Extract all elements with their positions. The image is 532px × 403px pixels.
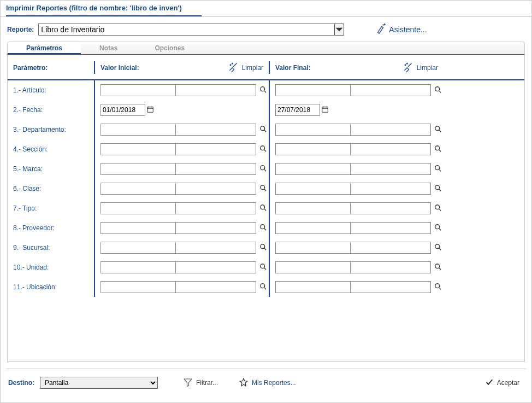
search-icon[interactable] — [434, 263, 442, 272]
desc-final-input[interactable] — [350, 261, 431, 273]
search-icon[interactable] — [434, 283, 442, 292]
param-row: 4.- Sección: — [8, 139, 524, 159]
code-initial-input[interactable] — [101, 124, 176, 136]
filter-button[interactable]: Filtrar... — [183, 377, 218, 389]
search-icon[interactable] — [259, 283, 267, 292]
search-icon[interactable] — [434, 224, 442, 233]
param-label: 2.- Fecha: — [8, 106, 94, 114]
desc-final-input[interactable] — [350, 242, 431, 254]
desc-final-input[interactable] — [350, 124, 431, 136]
code-final-input[interactable] — [275, 143, 351, 155]
code-final-input[interactable] — [275, 261, 351, 273]
clear-final-button[interactable]: Limpiar — [403, 61, 438, 74]
header-parametro: Parámetro: — [8, 61, 94, 74]
date-final-input[interactable] — [275, 104, 320, 116]
desc-initial-input[interactable] — [175, 143, 256, 155]
assistant-button[interactable]: Asistente... — [375, 22, 427, 36]
destination-select[interactable]: Pantalla — [40, 377, 158, 389]
search-icon[interactable] — [434, 204, 442, 213]
svg-point-4 — [261, 86, 265, 91]
code-initial-input[interactable] — [101, 222, 176, 234]
search-icon[interactable] — [259, 263, 267, 272]
search-icon[interactable] — [434, 86, 442, 95]
search-icon[interactable] — [259, 204, 267, 213]
search-icon[interactable] — [259, 86, 267, 95]
date-initial-input[interactable] — [101, 104, 145, 116]
calendar-icon[interactable] — [321, 106, 329, 115]
desc-initial-input[interactable] — [175, 222, 256, 234]
param-row: 11.- Ubicación: — [8, 277, 524, 297]
desc-initial-input[interactable] — [175, 183, 256, 195]
svg-point-13 — [435, 165, 440, 170]
desc-final-input[interactable] — [350, 281, 431, 293]
footer: Destino: Pantalla Filtrar... Mis Reporte… — [1, 369, 531, 389]
desc-initial-input[interactable] — [175, 124, 256, 136]
tab-opciones[interactable]: Opciones — [136, 42, 203, 54]
print-reports-dialog: Imprimir Reportes (filtro de nombre: 'li… — [0, 0, 532, 403]
code-initial-input[interactable] — [101, 242, 176, 254]
clear-initial-label: Limpiar — [242, 64, 263, 72]
svg-point-23 — [435, 264, 440, 268]
desc-initial-input[interactable] — [175, 261, 256, 273]
code-final-input[interactable] — [275, 163, 351, 175]
desc-initial-input[interactable] — [175, 202, 256, 214]
my-reports-label: Mis Reportes... — [252, 379, 296, 387]
search-icon[interactable] — [259, 224, 267, 233]
code-final-input[interactable] — [275, 222, 351, 234]
accept-button[interactable]: Aceptar — [485, 378, 519, 388]
search-icon[interactable] — [434, 184, 442, 194]
desc-final-input[interactable] — [350, 163, 431, 175]
code-final-input[interactable] — [275, 84, 351, 96]
param-label: 3.- Departamento: — [8, 126, 94, 133]
code-initial-input[interactable] — [101, 261, 176, 273]
code-initial-input[interactable] — [101, 143, 176, 155]
code-final-input[interactable] — [275, 202, 351, 214]
search-icon[interactable] — [434, 145, 442, 154]
param-row: 8.- Proveedor: — [8, 218, 524, 238]
desc-initial-input[interactable] — [175, 163, 256, 175]
desc-final-input[interactable] — [350, 202, 431, 214]
code-initial-input[interactable] — [101, 202, 176, 214]
code-initial-input[interactable] — [101, 163, 176, 175]
report-select[interactable] — [38, 24, 344, 36]
search-icon[interactable] — [259, 125, 267, 135]
code-final-input[interactable] — [275, 124, 351, 136]
desc-initial-input[interactable] — [175, 281, 256, 293]
my-reports-button[interactable]: Mis Reportes... — [239, 377, 296, 389]
parameters-scroll[interactable]: Parámetro: Valor Inicial: Limpiar Valor … — [8, 55, 524, 361]
search-icon[interactable] — [434, 165, 442, 174]
code-initial-input[interactable] — [101, 183, 176, 195]
clear-initial-button[interactable]: Limpiar — [228, 61, 263, 74]
param-label: 10.- Unidad: — [8, 264, 94, 271]
wizard-icon — [375, 22, 387, 36]
parameters-header: Parámetro: Valor Inicial: Limpiar Valor … — [8, 55, 524, 80]
tab-notas[interactable]: Notas — [81, 42, 136, 54]
search-icon[interactable] — [259, 145, 267, 154]
search-icon[interactable] — [259, 184, 267, 194]
search-icon[interactable] — [259, 165, 267, 174]
param-row: 7.- Tipo: — [8, 198, 524, 218]
search-icon[interactable] — [434, 125, 442, 135]
tab-parametros[interactable]: Parámetros — [8, 42, 81, 55]
desc-final-input[interactable] — [350, 222, 431, 234]
code-initial-input[interactable] — [101, 281, 176, 293]
param-row: 1.- Artículo: — [8, 80, 524, 100]
code-final-input[interactable] — [275, 183, 351, 195]
report-dropdown-button[interactable] — [334, 24, 344, 36]
param-row: 9.- Sucursal: — [8, 238, 524, 258]
desc-final-input[interactable] — [350, 84, 431, 96]
param-label: 8.- Proveedor: — [8, 224, 94, 232]
svg-point-19 — [435, 224, 440, 229]
svg-point-12 — [261, 165, 265, 170]
parameters-panel: Parámetro: Valor Inicial: Limpiar Valor … — [7, 55, 525, 362]
desc-initial-input[interactable] — [175, 84, 256, 96]
desc-final-input[interactable] — [350, 143, 431, 155]
desc-initial-input[interactable] — [175, 242, 256, 254]
code-initial-input[interactable] — [101, 84, 176, 96]
desc-final-input[interactable] — [350, 183, 431, 195]
code-final-input[interactable] — [275, 281, 351, 293]
search-icon[interactable] — [434, 243, 442, 253]
search-icon[interactable] — [259, 243, 267, 253]
code-final-input[interactable] — [275, 242, 351, 254]
calendar-icon[interactable] — [146, 106, 154, 115]
